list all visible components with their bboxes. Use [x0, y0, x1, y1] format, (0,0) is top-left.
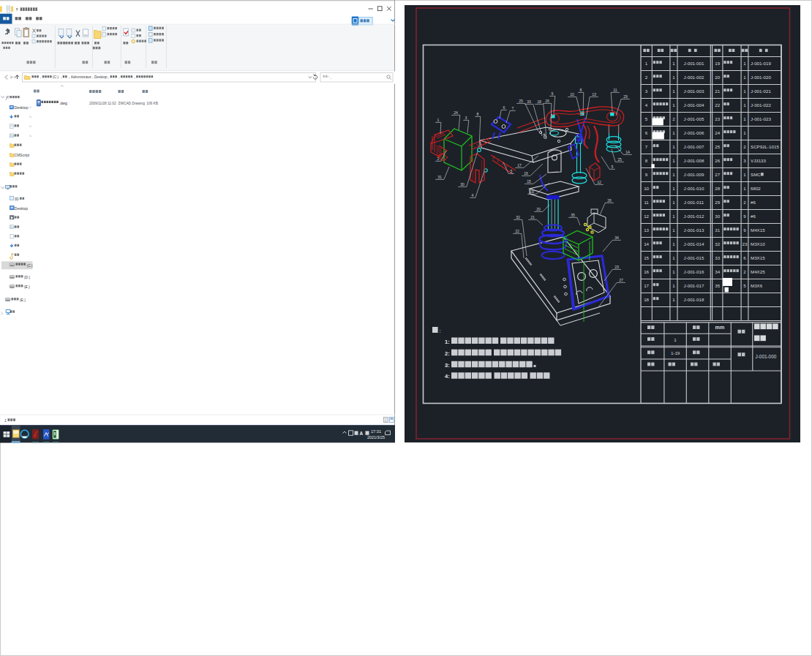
svg-text:(C:): (C:)	[27, 264, 33, 268]
svg-text:26: 26	[545, 99, 549, 103]
svg-text:27: 27	[619, 278, 623, 282]
svg-text:15: 15	[527, 179, 531, 184]
svg-text:14: 14	[644, 241, 649, 246]
svg-text:1: 1	[743, 116, 746, 121]
svg-text:M3X15: M3X15	[751, 255, 765, 260]
svg-text:"...: "...	[328, 76, 332, 80]
svg-text:26: 26	[607, 198, 612, 203]
svg-text:5: 5	[743, 283, 746, 288]
svg-text:34: 34	[715, 269, 720, 274]
svg-text:Desktop: Desktop	[15, 105, 29, 110]
svg-text:27: 27	[715, 172, 720, 177]
svg-text:1:: 1:	[445, 339, 450, 345]
svg-text:2: 2	[743, 269, 746, 274]
svg-text:1: 1	[672, 186, 675, 191]
svg-text:J-001-006: J-001-006	[684, 130, 704, 135]
svg-text:M4X25: M4X25	[751, 269, 765, 274]
svg-text:15: 15	[644, 255, 649, 260]
svg-text:1: 1	[743, 61, 746, 66]
svg-text:(E:): (E:)	[20, 298, 26, 302]
svg-text:11: 11	[644, 200, 649, 205]
svg-text:2: 2	[437, 157, 440, 161]
svg-text:1: 1	[672, 241, 675, 246]
svg-text:J-001-020: J-001-020	[751, 75, 771, 80]
svg-text:17: 17	[517, 163, 522, 167]
svg-text:13: 13	[592, 92, 596, 97]
svg-text:J-001-023: J-001-023	[751, 116, 771, 121]
svg-text:(D:): (D:)	[24, 276, 30, 279]
svg-text:(E:): (E:)	[24, 285, 30, 289]
svg-text:1: 1	[672, 214, 675, 219]
svg-text:1: 1	[743, 186, 746, 191]
svg-text:1: 1	[743, 130, 746, 135]
svg-text:J-001-002: J-001-002	[684, 75, 704, 80]
svg-text:J-001-016: J-001-016	[684, 269, 704, 274]
svg-text:#6: #6	[751, 214, 756, 219]
svg-text:J-001-015: J-001-015	[684, 255, 704, 260]
svg-text:2: 2	[645, 75, 648, 80]
svg-text:12: 12	[644, 214, 649, 219]
svg-text:1: 1	[672, 227, 675, 233]
svg-text:17:31: 17:31	[371, 429, 381, 434]
svg-text:J-001-001: J-001-001	[684, 61, 704, 66]
svg-text:J-001-012: J-001-012	[684, 214, 704, 219]
svg-text:22: 22	[715, 102, 720, 108]
svg-text:8: 8	[645, 158, 648, 163]
svg-text:18: 18	[644, 297, 649, 302]
svg-text:6: 6	[503, 105, 505, 110]
svg-text:2009/11/28 11:02: 2009/11/28 11:02	[89, 102, 116, 105]
svg-text:3D: 3D	[15, 197, 20, 201]
svg-text:3: 3	[645, 88, 648, 94]
svg-text:25: 25	[715, 144, 720, 149]
svg-text:1: 1	[743, 75, 746, 80]
svg-text:J-001-013: J-001-013	[684, 227, 704, 233]
svg-text:29: 29	[623, 94, 628, 99]
svg-text:4: 4	[472, 193, 474, 197]
svg-text:1: 1	[4, 418, 7, 423]
svg-text:1: 1	[645, 61, 648, 66]
svg-text:6: 6	[645, 130, 648, 135]
svg-text:17: 17	[644, 283, 649, 288]
svg-text:6802: 6802	[751, 186, 761, 191]
svg-text:26: 26	[715, 158, 720, 163]
svg-text:5: 5	[511, 169, 513, 173]
svg-text:14: 14	[625, 150, 630, 154]
svg-text:J-001-021: J-001-021	[751, 88, 771, 94]
svg-text:CMScript: CMScript	[15, 153, 30, 157]
svg-text:2: 2	[743, 200, 746, 205]
svg-text:J-001-000: J-001-000	[756, 354, 777, 359]
svg-text:3: 3	[465, 116, 467, 120]
svg-text:12: 12	[597, 180, 601, 184]
svg-text:8: 8	[580, 88, 582, 92]
svg-text:2:: 2:	[445, 350, 450, 357]
svg-text:24: 24	[454, 110, 458, 115]
svg-text:33: 33	[715, 255, 720, 260]
svg-text:1: 1	[672, 283, 675, 288]
svg-text:13: 13	[644, 227, 649, 233]
svg-text:2021/3/25: 2021/3/25	[367, 435, 385, 440]
svg-text:1: 1	[674, 337, 677, 342]
svg-text:4: 4	[645, 102, 648, 108]
svg-text:1: 1	[672, 88, 675, 94]
svg-text:J-001-019: J-001-019	[751, 61, 771, 66]
svg-text:6: 6	[743, 255, 746, 260]
svg-text:5: 5	[645, 116, 648, 121]
svg-text:21: 21	[530, 215, 535, 219]
svg-text:Desktop: Desktop	[94, 75, 108, 79]
svg-text:mm: mm	[715, 324, 725, 331]
svg-text:J-001-010: J-001-010	[684, 186, 704, 191]
svg-text:32: 32	[516, 215, 520, 219]
svg-text:10: 10	[644, 186, 649, 191]
svg-text:M3X6: M3X6	[751, 283, 763, 288]
svg-text:1: 1	[672, 102, 675, 108]
svg-text:J-001-014: J-001-014	[684, 241, 704, 246]
svg-text:1: 1	[743, 88, 746, 94]
svg-text:M4X15: M4X15	[751, 227, 765, 233]
svg-text:35: 35	[715, 283, 720, 288]
svg-text:5: 5	[612, 165, 614, 169]
svg-text:1: 1	[672, 269, 675, 274]
svg-text:16: 16	[644, 269, 649, 274]
svg-text:1: 1	[672, 200, 675, 205]
svg-text:33: 33	[527, 99, 531, 104]
svg-text:1: 1	[672, 130, 675, 135]
